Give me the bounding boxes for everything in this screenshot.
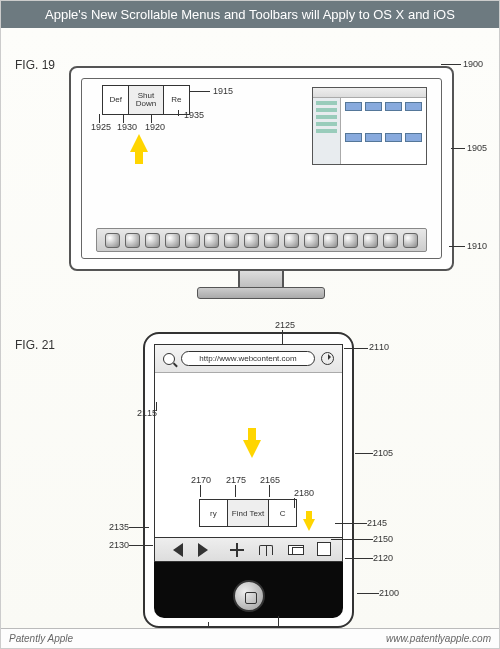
ref-2170: 2170: [191, 475, 211, 485]
home-button[interactable]: [233, 580, 265, 612]
fig19-label: FIG. 19: [15, 58, 55, 72]
credit-left: Patently Apple: [9, 633, 73, 644]
ref-2150: 2150: [373, 534, 393, 544]
ref-1920: 1920: [145, 122, 165, 132]
dock-icon: [343, 233, 358, 248]
finder-sidebar: [313, 98, 341, 164]
forward-icon[interactable]: [198, 543, 215, 557]
ref-2135: 2135: [109, 522, 129, 532]
ref-2105: 2105: [373, 448, 393, 458]
selector-center: Find Text: [228, 500, 269, 526]
monitor-screen: Def Shut Down Re: [81, 78, 442, 259]
dock-icon: [264, 233, 279, 248]
browser-top-bar: http://www.webcontent.com: [155, 345, 342, 373]
ref-2120: 2120: [373, 553, 393, 563]
ref-1900: 1900: [463, 59, 483, 69]
ref-2115: 2115: [137, 408, 157, 418]
menu-item-center: Shut Down: [129, 86, 163, 114]
arrow-up-icon: [130, 134, 148, 152]
dock-icon: [145, 233, 160, 248]
dock-icon: [383, 233, 398, 248]
plus-icon[interactable]: [230, 543, 244, 557]
ref-2180: 2180: [294, 488, 314, 498]
finder-files: [341, 98, 426, 164]
ref-1910: 1910: [467, 241, 487, 251]
ref-1935: 1935: [184, 110, 204, 120]
pages-icon[interactable]: [288, 545, 304, 555]
dock-icon: [284, 233, 299, 248]
finder-titlebar: [313, 88, 426, 98]
menu-item-left: Def: [103, 86, 129, 114]
ref-1905: 1905: [467, 143, 487, 153]
dock-icon: [185, 233, 200, 248]
dock-icon: [125, 233, 140, 248]
ref-2125: 2125: [275, 320, 295, 330]
search-icon[interactable]: [163, 353, 175, 365]
dock: [96, 228, 427, 252]
arrow-down-small-icon: [303, 519, 315, 531]
ref-2110: 2110: [369, 342, 389, 352]
dock-icon: [224, 233, 239, 248]
dock-icon: [244, 233, 259, 248]
bookmarks-icon[interactable]: [259, 545, 273, 555]
ref-2145: 2145: [367, 518, 387, 528]
ref-2130: 2130: [109, 540, 129, 550]
monitor-bezel: Def Shut Down Re: [69, 66, 454, 271]
dock-icon: [105, 233, 120, 248]
reload-icon[interactable]: [321, 352, 334, 365]
credit-right: www.patentlyapple.com: [386, 633, 491, 644]
fig21-label: FIG. 21: [15, 338, 55, 352]
ref-1925: 1925: [91, 122, 111, 132]
selector-left: ry: [200, 500, 228, 526]
finder-window: [312, 87, 427, 165]
ref-2165: 2165: [260, 475, 280, 485]
phone-screen: http://www.webcontent.com ry Find Text C: [154, 344, 343, 562]
ref-2175: 2175: [226, 475, 246, 485]
scrollable-toolbar-selector: ry Find Text C: [199, 499, 297, 527]
ref-1930: 1930: [117, 122, 137, 132]
dock-icon: [204, 233, 219, 248]
dock-icon: [323, 233, 338, 248]
ref-1915: 1915: [213, 86, 233, 96]
bottom-toolbar: [155, 537, 342, 561]
selector-right: C: [269, 500, 296, 526]
back-icon[interactable]: [166, 543, 183, 557]
dock-icon: [363, 233, 378, 248]
url-field[interactable]: http://www.webcontent.com: [181, 351, 315, 366]
phone-body: http://www.webcontent.com ry Find Text C: [143, 332, 354, 628]
dock-icon: [304, 233, 319, 248]
ref-2100: 2100: [379, 588, 399, 598]
footer: Patently Apple www.patentlyapple.com: [1, 628, 499, 648]
scrollable-menu: Def Shut Down Re: [102, 85, 190, 115]
monitor-stand-base: [197, 287, 325, 299]
tabs-icon[interactable]: [319, 544, 331, 556]
diagram-content: FIG. 19 Def Shut Down Re: [1, 28, 499, 629]
arrow-down-icon: [243, 440, 261, 458]
page-title: Apple's New Scrollable Menus and Toolbar…: [1, 1, 499, 28]
dock-icon: [403, 233, 418, 248]
dock-icon: [165, 233, 180, 248]
